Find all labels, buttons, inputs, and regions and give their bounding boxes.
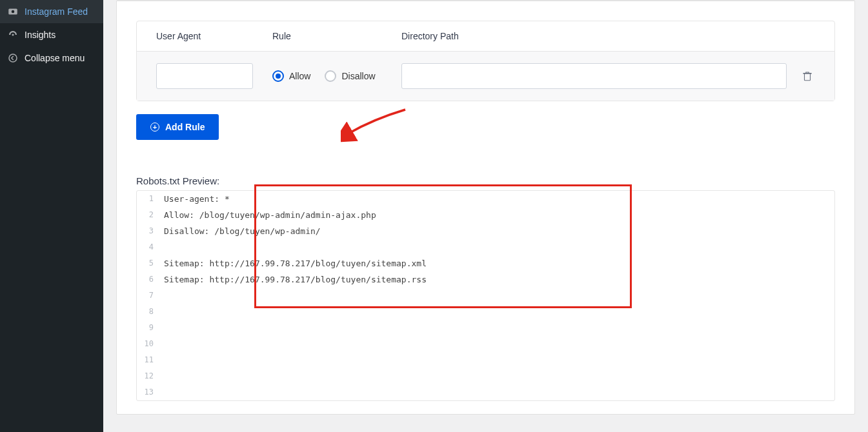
code-line: 7 (137, 288, 834, 304)
svg-point-2 (12, 34, 14, 36)
header-rule: Rule (272, 31, 401, 41)
code-line: 9 (137, 320, 834, 336)
instagram-icon (6, 5, 19, 18)
admin-sidebar: Instagram Feed Insights Collapse menu (0, 0, 103, 432)
line-number: 13 (137, 384, 159, 400)
radio-icon (325, 70, 336, 82)
divider (117, 1, 854, 1)
sidebar-item-label: Insights (25, 30, 56, 40)
line-number: 1 (137, 191, 159, 207)
robots-settings-card: User Agent Rule Directory Path Allow Dis… (116, 0, 855, 415)
code-line: 11 (137, 352, 834, 368)
delete-rule-button[interactable] (800, 68, 815, 84)
sidebar-item-label: Collapse menu (25, 53, 85, 63)
trash-icon (802, 70, 813, 82)
code-line: 4 (137, 239, 834, 255)
line-text (159, 352, 834, 368)
rules-table: User Agent Rule Directory Path Allow Dis… (136, 21, 835, 101)
code-line: 8 (137, 304, 834, 320)
header-directory-path: Directory Path (401, 31, 815, 41)
code-line: 3Disallow: /blog/tuyen/wp-admin/ (137, 223, 834, 239)
line-text: Sitemap: http://167.99.78.217/blog/tuyen… (159, 255, 834, 271)
sidebar-item-instagram-feed[interactable]: Instagram Feed (0, 0, 103, 23)
plus-circle-icon: + (150, 123, 159, 132)
allow-label: Allow (289, 71, 310, 81)
line-number: 10 (137, 336, 159, 352)
line-text (159, 384, 834, 400)
line-number: 4 (137, 239, 159, 255)
add-rule-label: Add Rule (165, 122, 205, 132)
line-text (159, 368, 834, 384)
svg-point-3 (9, 54, 17, 62)
line-text (159, 304, 834, 320)
code-line: 10 (137, 336, 834, 352)
line-number: 12 (137, 368, 159, 384)
svg-point-1 (12, 10, 15, 14)
line-number: 5 (137, 255, 159, 271)
add-rule-button[interactable]: + Add Rule (136, 114, 219, 140)
line-number: 6 (137, 271, 159, 288)
line-number: 7 (137, 288, 159, 304)
rule-radio-group: Allow Disallow (272, 70, 401, 82)
sidebar-item-label: Instagram Feed (25, 6, 88, 17)
line-text: Sitemap: http://167.99.78.217/blog/tuyen… (159, 271, 834, 288)
code-line: 13 (137, 384, 834, 400)
line-text: User-agent: * (159, 191, 834, 207)
line-number: 9 (137, 320, 159, 336)
code-line: 2Allow: /blog/tuyen/wp-admin/admin-ajax.… (137, 207, 834, 223)
code-line: 6Sitemap: http://167.99.78.217/blog/tuye… (137, 271, 834, 288)
main-content: User Agent Rule Directory Path Allow Dis… (103, 0, 868, 432)
robots-preview-editor[interactable]: 1User-agent: *2Allow: /blog/tuyen/wp-adm… (136, 190, 835, 401)
collapse-icon (6, 52, 19, 64)
header-user-agent: User Agent (156, 31, 272, 41)
user-agent-input[interactable] (156, 63, 253, 89)
line-number: 2 (137, 207, 159, 223)
line-text (159, 288, 834, 304)
line-number: 8 (137, 304, 159, 320)
allow-radio-option[interactable]: Allow (272, 70, 310, 82)
gauge-icon (6, 28, 19, 41)
line-text (159, 320, 834, 336)
disallow-label: Disallow (341, 71, 375, 81)
sidebar-item-collapse-menu[interactable]: Collapse menu (0, 46, 103, 70)
line-text (159, 239, 834, 255)
preview-heading: Robots.txt Preview: (136, 175, 835, 186)
rules-body-row: Allow Disallow (137, 51, 834, 101)
code-line: 5Sitemap: http://167.99.78.217/blog/tuye… (137, 255, 834, 271)
line-text: Disallow: /blog/tuyen/wp-admin/ (159, 223, 834, 239)
code-line: 12 (137, 368, 834, 384)
line-number: 11 (137, 352, 159, 368)
rules-header-row: User Agent Rule Directory Path (137, 21, 834, 51)
directory-path-input[interactable] (401, 63, 787, 89)
code-line: 1User-agent: * (137, 191, 834, 207)
annotation-arrow (341, 106, 412, 145)
disallow-radio-option[interactable]: Disallow (325, 70, 375, 82)
line-text (159, 336, 834, 352)
radio-icon (272, 70, 284, 82)
line-number: 3 (137, 223, 159, 239)
sidebar-item-insights[interactable]: Insights (0, 23, 103, 46)
line-text: Allow: /blog/tuyen/wp-admin/admin-ajax.p… (159, 207, 834, 223)
